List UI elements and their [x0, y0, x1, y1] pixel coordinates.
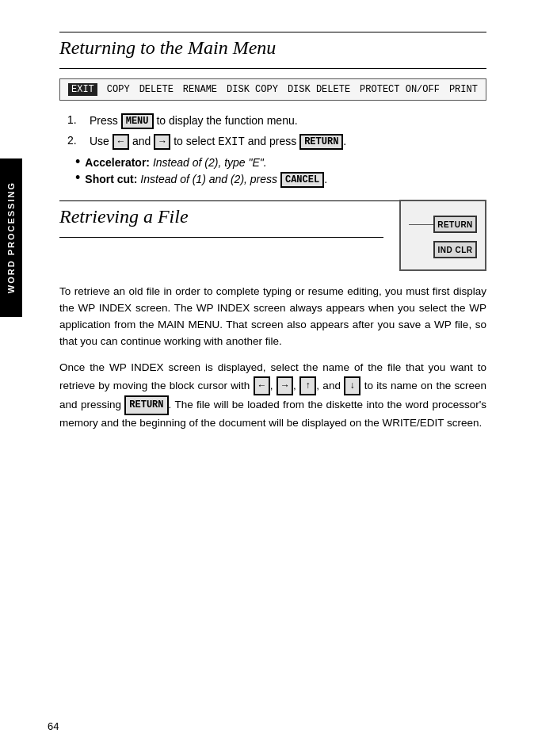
accelerator-label: Accelerator:	[85, 156, 150, 169]
body-paragraph-2: Once the WP INDEX screen is displayed, s…	[59, 360, 486, 432]
bullet-accelerator-text: Accelerator: Instead of (2), type "E".	[85, 156, 266, 169]
key-return-2: RETURN	[124, 395, 168, 415]
section1-title: Returning to the Main Menu	[59, 37, 486, 59]
steps-list: 1. Press MENU to display the function me…	[59, 113, 486, 150]
menu-item-delete: DELETE	[139, 84, 174, 95]
shortcut-label: Short cut:	[85, 173, 137, 185]
key-down-2: ↓	[344, 376, 360, 396]
menu-item-rename: RENAME	[183, 84, 217, 95]
bullet-dot-1: •	[75, 155, 80, 169]
step-1-text: Press MENU to display the function menu.	[90, 113, 298, 129]
step-2-num: 2.	[67, 134, 83, 147]
bullet-shortcut-text: Short cut: Instead of (1) and (2), press…	[85, 172, 327, 188]
bullet-shortcut: • Short cut: Instead of (1) and (2), pre…	[75, 172, 486, 188]
retrieve-title-block: Retrieving a File	[59, 206, 383, 247]
bullet-dot-2: •	[75, 170, 80, 185]
key-ind-clr-diagram: IND CLR	[433, 241, 477, 258]
key-right: →	[154, 134, 170, 150]
page-number: 64	[48, 720, 59, 732]
sidebar-label: WORD PROCESSING	[0, 158, 22, 317]
sidebar-text: WORD PROCESSING	[6, 181, 16, 293]
menu-item-disk-copy: DISK COPY	[227, 84, 278, 95]
title-rule-2	[59, 237, 383, 238]
key-up-2: ↑	[299, 376, 316, 396]
retrieve-header: Retrieving a File RETURN IND CLR	[59, 206, 486, 271]
key-return-1: RETURN	[299, 134, 343, 150]
bullet-accelerator: • Accelerator: Instead of (2), type "E".	[75, 156, 486, 169]
step-1-num: 1.	[67, 113, 83, 126]
bullet-list: • Accelerator: Instead of (2), type "E".…	[59, 156, 486, 188]
body-paragraph-1: To retrieve an old file in order to comp…	[59, 284, 486, 350]
menu-item-disk-delete: DISK DELETE	[288, 84, 350, 95]
key-menu: MENU	[121, 113, 154, 129]
menu-item-protect: PROTECT ON/OFF	[360, 84, 440, 95]
section2: Retrieving a File RETURN IND CLR To retr…	[59, 200, 486, 432]
key-right-2: →	[277, 376, 293, 396]
menu-bar: EXIT COPY DELETE RENAME DISK COPY DISK D…	[59, 78, 486, 101]
shortcut-content: Instead of (1) and (2), press	[140, 173, 280, 185]
step-1: 1. Press MENU to display the function me…	[67, 113, 486, 129]
title-rule-1	[59, 68, 486, 69]
top-rule	[59, 32, 486, 32]
section2-title: Retrieving a File	[59, 206, 383, 227]
key-cancel: CANCEL	[280, 172, 324, 188]
step-2-text: Use ← and → to select EXIT and press RET…	[90, 134, 346, 150]
menu-item-print: PRINT	[449, 84, 478, 95]
accelerator-content: Instead of (2), type "E".	[153, 156, 267, 169]
menu-item-exit: EXIT	[68, 83, 97, 96]
key-left-2: ←	[254, 376, 270, 396]
key-return-diagram: RETURN	[433, 216, 477, 233]
key-left: ←	[113, 134, 129, 150]
keyboard-diagram: RETURN IND CLR	[399, 200, 486, 271]
page: WORD PROCESSING Returning to the Main Me…	[0, 0, 534, 756]
menu-item-copy: COPY	[107, 84, 130, 95]
step-2: 2. Use ← and → to select EXIT and press …	[67, 134, 486, 150]
